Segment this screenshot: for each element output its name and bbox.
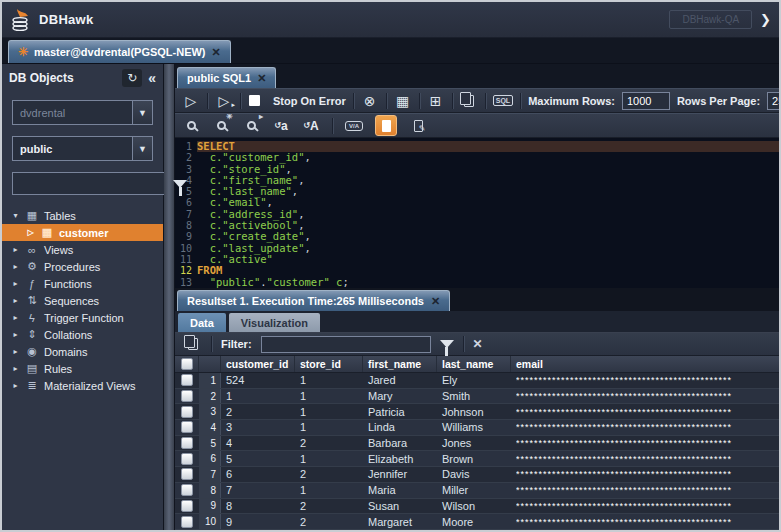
run-selected-button[interactable]: ▷▸	[215, 91, 233, 111]
sql-templates-icon[interactable]: SQL	[493, 91, 513, 111]
main-area: public SQL1 ✕ ▷ ▷▸ Stop On Error ⊗ ▦ ⊞	[175, 64, 779, 530]
apply-filter-icon[interactable]	[440, 340, 454, 348]
expand-arrow-icon[interactable]: ▾	[11, 211, 20, 220]
expand-arrow-icon[interactable]: ▸	[11, 313, 20, 322]
row-checkbox[interactable]	[181, 516, 193, 528]
app-name: DBHawk	[39, 12, 94, 27]
tree-item-functions[interactable]: ▸ƒFunctions	[2, 275, 163, 292]
row-checkbox[interactable]	[181, 374, 193, 386]
sql-tab-label: public SQL1	[187, 72, 251, 84]
row-checkbox[interactable]	[181, 437, 193, 449]
db-objects-tree: ▾▦Tables▷▦customer▸∞Views▸⚙Procedures▸ƒF…	[2, 207, 163, 530]
cell-last-name: Smith	[437, 389, 511, 404]
schema-select[interactable]: public ▼	[12, 136, 153, 161]
tree-item-collations[interactable]: ▸⇕Collations	[2, 326, 163, 343]
tree-item-rules[interactable]: ▸▤Rules	[2, 360, 163, 377]
new-sql-icon[interactable]: ✎	[409, 116, 427, 136]
object-search-input[interactable]	[12, 172, 166, 195]
connection-tab-close-icon[interactable]: ✕	[212, 46, 221, 59]
chevron-down-icon[interactable]: ▼	[132, 100, 153, 125]
column-header-email[interactable]: email	[511, 356, 779, 372]
rows-per-page-input[interactable]	[767, 92, 779, 110]
table-row[interactable]: 542BarbaraJones*************************…	[175, 436, 779, 452]
cancel-query-icon[interactable]: ⊗	[361, 91, 379, 111]
table-row[interactable]: 211MarySmith****************************…	[175, 389, 779, 405]
row-checkbox[interactable]	[181, 390, 193, 402]
variables-icon[interactable]: V/A	[345, 116, 363, 136]
explain-plan-icon[interactable]: ⊞	[427, 91, 445, 111]
cell-first-name: Linda	[363, 420, 437, 435]
table-row[interactable]: 871MariaMiller**************************…	[175, 483, 779, 499]
expand-arrow-icon[interactable]: ▸	[11, 364, 20, 373]
expand-arrow-icon[interactable]: ▸	[11, 262, 20, 271]
panel-splitter[interactable]	[164, 64, 175, 530]
table-row[interactable]: 982SusanWilson**************************…	[175, 499, 779, 515]
table-row[interactable]: 1092MargaretMoore***********************…	[175, 514, 779, 530]
tree-item-procedures[interactable]: ▸⚙Procedures	[2, 258, 163, 275]
column-header-store-id[interactable]: store_id	[295, 356, 363, 372]
lowercase-icon[interactable]: ↺a	[272, 116, 290, 136]
export-copy-icon[interactable]	[460, 91, 478, 111]
table-row[interactable]: 431LindaWilliams************************…	[175, 420, 779, 436]
select-all-checkbox[interactable]	[181, 358, 193, 370]
tree-item-domains[interactable]: ▸◉Domains	[2, 343, 163, 360]
table-row[interactable]: 321PatriciaJohnson**********************…	[175, 404, 779, 420]
expand-arrow-icon[interactable]: ▸	[11, 381, 20, 390]
stop-on-error-checkbox[interactable]	[248, 91, 266, 111]
expand-arrow-icon[interactable]: ▷	[26, 228, 35, 237]
tree-item-sequences[interactable]: ▸⇅Sequences	[2, 292, 163, 309]
chevron-down-icon[interactable]: ▼	[132, 136, 153, 161]
sql-editor-tab[interactable]: public SQL1 ✕	[177, 67, 276, 88]
row-checkbox[interactable]	[181, 468, 193, 480]
row-checkbox[interactable]	[181, 406, 193, 418]
connection-tab[interactable]: ✳ master@dvdrental(PGSQL-NEW) ✕	[8, 40, 231, 63]
result-grid-icon[interactable]: ▦	[394, 91, 412, 111]
tree-item-trigger-function[interactable]: ▸ϟTrigger Function	[2, 309, 163, 326]
cell-first-name: Mary	[363, 389, 437, 404]
tab-visualization[interactable]: Visualization	[229, 313, 320, 332]
result-filter-input[interactable]	[261, 336, 431, 353]
tree-item-materialized-views[interactable]: ▸≣Materialized Views	[2, 377, 163, 394]
sidebar-collapse-icon[interactable]: «	[148, 70, 156, 86]
expand-arrow-icon[interactable]: ▸	[11, 279, 20, 288]
expand-arrow-icon[interactable]: ▸	[11, 347, 20, 356]
resultset-tab-close-icon[interactable]: ✕	[431, 295, 440, 308]
table-row[interactable]: 651ElizabethBrown***********************…	[175, 451, 779, 467]
find-next-icon[interactable]: ▸	[242, 116, 260, 136]
column-header-last-name[interactable]: last_name	[437, 356, 511, 372]
copy-results-icon[interactable]	[184, 334, 202, 354]
cell-first-name: Barbara	[363, 436, 437, 451]
tab-data[interactable]: Data	[178, 313, 226, 332]
column-header-customer-id[interactable]: customer_id	[221, 356, 295, 372]
filter-funnel-icon[interactable]	[173, 180, 187, 188]
tree-item-customer[interactable]: ▷▦customer	[2, 224, 163, 241]
row-checkbox[interactable]	[181, 500, 193, 512]
expand-arrow-icon[interactable]: ▸	[11, 330, 20, 339]
tree-item-label: Procedures	[44, 261, 100, 273]
feather-icon[interactable]: ❯	[760, 12, 771, 27]
row-checkbox[interactable]	[181, 453, 193, 465]
sql-tab-close-icon[interactable]: ✕	[257, 72, 266, 85]
format-sql-button[interactable]	[375, 115, 397, 136]
sidebar-refresh-icon[interactable]: ↻	[122, 69, 142, 87]
find-replace-icon[interactable]: ✳	[212, 116, 230, 136]
run-query-button[interactable]: ▷	[182, 91, 200, 111]
tree-item-rules-icon: ▤	[25, 362, 39, 375]
row-checkbox[interactable]	[181, 484, 193, 496]
database-select[interactable]: dvdrental ▼	[12, 100, 153, 125]
table-row[interactable]: 762JenniferDavis************************…	[175, 467, 779, 483]
result-grid: customer_id store_id first_name last_nam…	[175, 356, 779, 530]
find-icon[interactable]	[182, 116, 200, 136]
tree-item-views[interactable]: ▸∞Views	[2, 241, 163, 258]
column-header-first-name[interactable]: first_name	[363, 356, 437, 372]
sql-editor[interactable]: 1SELECT2 c."customer_id",3 c."store_id",…	[175, 138, 779, 288]
uppercase-icon[interactable]: ↺A	[302, 116, 320, 136]
expand-arrow-icon[interactable]: ▸	[11, 245, 20, 254]
table-row[interactable]: 15241JaredEly***************************…	[175, 373, 779, 389]
maximum-rows-input[interactable]	[622, 92, 670, 110]
resultset-tab[interactable]: Resultset 1. Execution Time:265 Millisec…	[177, 290, 450, 311]
clear-filter-icon[interactable]: ✕	[473, 337, 482, 351]
row-checkbox[interactable]	[181, 421, 193, 433]
tree-item-tables[interactable]: ▾▦Tables	[2, 207, 163, 224]
expand-arrow-icon[interactable]: ▸	[11, 296, 20, 305]
